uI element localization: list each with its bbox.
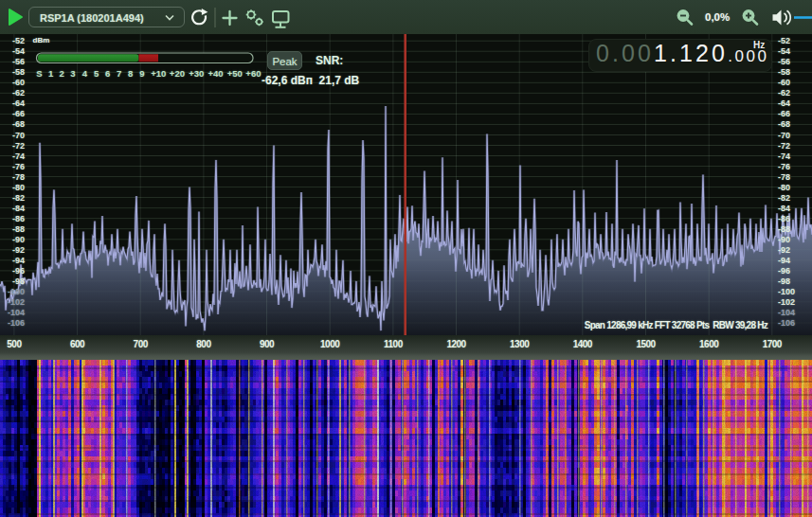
- svg-text:1: 1: [48, 68, 54, 79]
- svg-text:6: 6: [105, 68, 110, 79]
- svg-text:-72: -72: [778, 141, 790, 151]
- svg-text:1300: 1300: [510, 339, 530, 349]
- svg-text:-78: -78: [778, 172, 790, 182]
- svg-text:-68: -68: [778, 119, 790, 129]
- svg-text:8: 8: [128, 68, 133, 79]
- svg-text:+50: +50: [227, 68, 243, 79]
- svg-text:700: 700: [134, 339, 149, 349]
- svg-text:-74: -74: [12, 152, 25, 161]
- svg-text:-96: -96: [778, 266, 790, 276]
- svg-text:1200: 1200: [446, 339, 466, 349]
- svg-text:3: 3: [70, 68, 75, 79]
- svg-text:-80: -80: [778, 183, 790, 192]
- svg-text:-106: -106: [778, 318, 795, 328]
- svg-text:+40: +40: [208, 68, 223, 79]
- svg-text:-68: -68: [12, 119, 25, 129]
- svg-text:-100: -100: [8, 287, 25, 296]
- svg-text:-56: -56: [778, 57, 790, 66]
- svg-text:-98: -98: [778, 276, 790, 286]
- svg-text:-62: -62: [12, 88, 25, 98]
- svg-text:-76: -76: [778, 162, 790, 171]
- svg-text:1600: 1600: [699, 339, 719, 349]
- svg-text:dBm: dBm: [33, 36, 50, 45]
- svg-text:9: 9: [139, 68, 144, 79]
- svg-text:-84: -84: [778, 204, 790, 213]
- svg-text:1500: 1500: [636, 339, 656, 349]
- svg-text:1100: 1100: [384, 339, 404, 349]
- svg-text:-54: -54: [12, 46, 25, 56]
- svg-text:-52: -52: [12, 36, 25, 45]
- svg-text:2: 2: [60, 68, 64, 79]
- svg-text:-80: -80: [12, 183, 25, 192]
- svg-text:-56: -56: [12, 57, 25, 66]
- svg-text:-60: -60: [12, 78, 25, 87]
- svg-text:900: 900: [260, 339, 275, 349]
- svg-text:-58: -58: [778, 67, 790, 77]
- svg-text:-52: -52: [778, 36, 790, 45]
- svg-text:1000: 1000: [320, 339, 340, 349]
- svg-text:-84: -84: [12, 204, 25, 213]
- svg-text:-62: -62: [778, 88, 790, 98]
- svg-text:-90: -90: [778, 235, 790, 244]
- svg-text:-90: -90: [12, 235, 25, 244]
- svg-text:-102: -102: [778, 297, 795, 307]
- svg-text:-92: -92: [778, 245, 790, 255]
- svg-text:-92: -92: [12, 245, 25, 255]
- svg-text:-82: -82: [778, 193, 790, 203]
- svg-text:-86: -86: [778, 214, 790, 223]
- svg-text:+10: +10: [151, 68, 166, 79]
- svg-text:-94: -94: [778, 256, 790, 265]
- svg-text:-72: -72: [12, 141, 25, 151]
- svg-text:800: 800: [196, 339, 211, 349]
- svg-text:+20: +20: [170, 68, 185, 79]
- svg-text:-66: -66: [778, 109, 790, 118]
- svg-text:-54: -54: [778, 46, 790, 56]
- svg-text:5: 5: [94, 68, 99, 79]
- svg-text:-98: -98: [12, 276, 25, 286]
- svg-text:7: 7: [117, 68, 121, 79]
- svg-text:1700: 1700: [763, 339, 783, 349]
- svg-text:-100: -100: [778, 287, 795, 296]
- svg-text:-86: -86: [12, 214, 25, 223]
- svg-text:-60: -60: [778, 78, 790, 87]
- svg-text:-74: -74: [778, 152, 790, 161]
- svg-text:-88: -88: [12, 224, 25, 234]
- svg-text:-58: -58: [12, 67, 25, 77]
- svg-text:-76: -76: [12, 162, 25, 171]
- svg-text:1400: 1400: [573, 339, 593, 349]
- svg-text:-106: -106: [8, 318, 25, 328]
- svg-text:S: S: [36, 68, 42, 79]
- svg-text:+60: +60: [245, 68, 261, 79]
- svg-text:-64: -64: [778, 98, 790, 108]
- svg-text:-88: -88: [778, 224, 790, 234]
- svg-text:-96: -96: [12, 266, 25, 276]
- svg-text:-104: -104: [8, 308, 25, 317]
- svg-text:600: 600: [70, 339, 85, 349]
- svg-text:4: 4: [82, 68, 88, 79]
- svg-text:-70: -70: [778, 131, 790, 140]
- svg-text:-70: -70: [12, 131, 25, 140]
- svg-text:-102: -102: [8, 297, 25, 307]
- svg-text:+30: +30: [189, 68, 204, 79]
- svg-text:-82: -82: [12, 193, 25, 203]
- svg-text:-64: -64: [12, 98, 25, 108]
- svg-text:Span 1286,99 kHz FFT 32768 Pts: Span 1286,99 kHz FFT 32768 Pts RBW 39,28…: [585, 320, 768, 330]
- svg-text:-94: -94: [12, 256, 25, 265]
- svg-text:-66: -66: [12, 109, 25, 118]
- svg-text:-78: -78: [12, 172, 25, 182]
- svg-text:-104: -104: [778, 308, 795, 317]
- svg-text:500: 500: [7, 339, 22, 349]
